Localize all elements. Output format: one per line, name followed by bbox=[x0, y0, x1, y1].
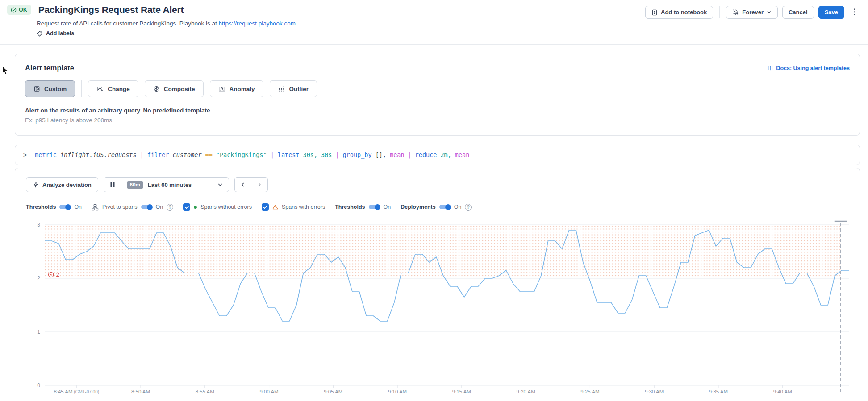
template-option-label: Outlier bbox=[289, 86, 309, 92]
x-axis-label: 8:55 AM bbox=[196, 389, 214, 394]
anomaly-icon bbox=[218, 86, 225, 92]
chevron-down-icon[interactable] bbox=[217, 182, 223, 187]
template-option-composite[interactable]: Composite bbox=[145, 80, 204, 97]
toggle-group-deployments: DeploymentsOn? bbox=[401, 204, 472, 211]
add-to-notebook-label: Add to notebook bbox=[661, 9, 707, 16]
template-option-outlier[interactable]: Outlier bbox=[270, 80, 317, 97]
toggle-group-spans-with-errors: Spans with errors bbox=[262, 203, 325, 211]
query-token-keyword: group_by bbox=[343, 151, 372, 158]
toggle-switch[interactable] bbox=[59, 205, 71, 209]
x-axis-label: 8:45 AM (GMT-07:00) bbox=[54, 389, 99, 394]
y-axis-label: 0 bbox=[37, 382, 40, 389]
cancel-label: Cancel bbox=[789, 9, 808, 16]
add-labels-label: Add labels bbox=[46, 30, 74, 37]
more-options-kebab-icon[interactable]: ⋮ bbox=[849, 6, 860, 18]
help-icon[interactable]: ? bbox=[465, 204, 472, 211]
query-token-keyword: filter bbox=[147, 151, 169, 158]
template-example: Ex: p95 Latency is above 200ms bbox=[25, 117, 850, 124]
y-axis-label: 2 bbox=[37, 275, 40, 281]
chevron-right-icon bbox=[257, 182, 262, 187]
x-axis-label: 9:20 AM bbox=[517, 389, 535, 394]
change-chart-icon bbox=[96, 86, 104, 92]
toggle-label: Spans with errors bbox=[282, 204, 325, 210]
alert-template-card: Alert template Docs: Using alert templat… bbox=[15, 54, 860, 136]
toggle-switch[interactable] bbox=[369, 205, 380, 209]
help-icon[interactable]: ? bbox=[167, 204, 173, 211]
template-options: CustomChangeCompositeAnomalyOutlier bbox=[25, 80, 850, 97]
chart-area: 3210 2 8:45 AM (GMT-07:00)8:50 AM8:55 AM… bbox=[26, 219, 849, 401]
toggle-bar: ThresholdsOnPivot to spansOn?Spans witho… bbox=[26, 203, 849, 211]
alert-description: Request rate of API calls for customer P… bbox=[37, 20, 296, 27]
template-option-anomaly[interactable]: Anomaly bbox=[210, 80, 263, 97]
chart-plot[interactable]: 2 bbox=[45, 219, 849, 394]
status-badge: OK bbox=[7, 5, 31, 15]
cancel-button[interactable]: Cancel bbox=[782, 6, 814, 19]
pan-right-button[interactable] bbox=[251, 178, 267, 192]
x-axis-label: 9:10 AM bbox=[388, 389, 407, 394]
warning-triangle-icon bbox=[272, 204, 278, 210]
query-token-pipe: | bbox=[408, 151, 412, 158]
snooze-forever-dropdown[interactable]: Forever bbox=[726, 6, 778, 19]
query-token-keyword: metric bbox=[35, 151, 57, 158]
timezone-note: (GMT-07:00) bbox=[73, 389, 99, 394]
query-token-plain: [], bbox=[376, 151, 386, 158]
template-option-change[interactable]: Change bbox=[88, 80, 138, 97]
template-option-label: Composite bbox=[164, 86, 195, 92]
add-labels-button[interactable]: Add labels bbox=[37, 30, 74, 37]
y-axis-label: 1 bbox=[37, 329, 40, 335]
query-token-number: 2m, bbox=[440, 151, 451, 158]
pan-left-button[interactable] bbox=[235, 178, 251, 192]
template-option-label: Custom bbox=[44, 86, 67, 92]
bell-off-icon bbox=[732, 9, 739, 16]
toggle-label: Thresholds bbox=[335, 204, 365, 210]
notebook-icon bbox=[651, 9, 658, 16]
query-token-operator: == bbox=[205, 151, 213, 158]
time-range-label[interactable]: Last 60 minutes bbox=[148, 182, 192, 188]
x-axis-label: 9:35 AM bbox=[709, 389, 728, 394]
template-option-label: Change bbox=[108, 86, 130, 92]
x-axis-label: 9:40 AM bbox=[773, 389, 792, 394]
alert-editor-page: OK PackingKings Request Rate Alert Reque… bbox=[0, 0, 868, 401]
plot-wrap: 2 8:45 AM (GMT-07:00)8:50 AM8:55 AM9:00 … bbox=[45, 219, 849, 401]
query-token-number: 30s bbox=[321, 151, 332, 158]
x-axis-label: 8:50 AM bbox=[131, 389, 150, 394]
x-axis-label: 9:25 AM bbox=[580, 389, 599, 394]
query-token-function: mean bbox=[390, 151, 405, 158]
time-pager bbox=[234, 177, 268, 192]
query-token-identifier: inflight.iOS.requests bbox=[60, 151, 137, 158]
toggle-switch[interactable] bbox=[439, 205, 451, 209]
toggle-group-pivot-to-spans: Pivot to spansOn? bbox=[92, 204, 173, 211]
template-option-custom[interactable]: Custom bbox=[25, 80, 75, 97]
threshold-marker-label: 2 bbox=[56, 272, 59, 278]
toggle-switch[interactable] bbox=[141, 205, 152, 209]
mouse-cursor bbox=[2, 66, 8, 75]
template-description: Alert on the results of an arbitrary que… bbox=[25, 107, 850, 114]
analyze-deviation-button[interactable]: Analyze deviation bbox=[26, 177, 98, 192]
toggle-state: On bbox=[156, 204, 163, 210]
page-title: PackingKings Request Rate Alert bbox=[38, 4, 184, 15]
add-to-notebook-button[interactable]: Add to notebook bbox=[645, 6, 713, 19]
alert-template-heading: Alert template bbox=[25, 64, 74, 72]
query-token-pipe: | bbox=[271, 151, 274, 158]
toggle-state: On bbox=[384, 204, 391, 210]
query-text: metricinflight.iOS.requests|filtercustom… bbox=[35, 151, 473, 158]
query-token-pipe: | bbox=[335, 151, 339, 158]
status-text: OK bbox=[19, 7, 27, 13]
analyze-deviation-label: Analyze deviation bbox=[42, 182, 92, 188]
header-left: OK PackingKings Request Rate Alert Reque… bbox=[7, 4, 296, 38]
query-editor[interactable]: > metricinflight.iOS.requests|filtercust… bbox=[15, 145, 860, 165]
x-axis-label: 9:05 AM bbox=[324, 389, 342, 394]
query-token-function: mean bbox=[455, 151, 470, 158]
checkbox[interactable] bbox=[183, 203, 190, 211]
toggle-label: Spans without errors bbox=[200, 204, 252, 210]
docs-link[interactable]: Docs: Using alert templates bbox=[767, 65, 850, 71]
pause-button[interactable] bbox=[104, 178, 121, 192]
toggle-group-thresholds: ThresholdsOn bbox=[335, 204, 391, 210]
page-header: OK PackingKings Request Rate Alert Reque… bbox=[0, 0, 868, 38]
save-button[interactable]: Save bbox=[818, 6, 844, 19]
note-icon bbox=[33, 86, 40, 92]
x-axis-label: 9:15 AM bbox=[452, 389, 471, 394]
playbook-link[interactable]: https://request.playbook.com bbox=[218, 20, 296, 27]
checkbox[interactable] bbox=[262, 203, 269, 211]
toggle-state: On bbox=[454, 204, 462, 210]
